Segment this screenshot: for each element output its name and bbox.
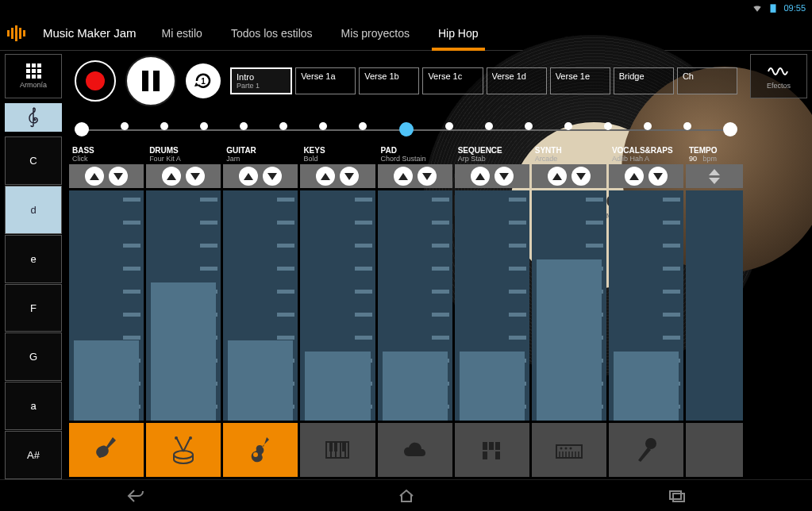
- back-button[interactable]: [112, 484, 160, 508]
- volume-fader[interactable]: [455, 190, 529, 421]
- svg-point-17: [560, 448, 562, 450]
- track-preset-selector: [609, 164, 683, 188]
- tab-todos-los-estilos[interactable]: Todos los estilos: [217, 16, 327, 51]
- acoustic-guitar-icon: [243, 432, 278, 467]
- track-toggle-drums[interactable]: [146, 423, 221, 477]
- timeline-dot[interactable]: [399, 122, 414, 136]
- track-preset: Chord Sustain: [378, 155, 452, 164]
- track-preset: Four Kit A: [146, 155, 221, 164]
- preset-down-button[interactable]: [571, 167, 591, 186]
- preset-down-button[interactable]: [109, 167, 128, 186]
- tab-mis-proyectos[interactable]: Mis proyectos: [327, 16, 424, 51]
- section-verse-1a[interactable]: Verse 1a: [295, 67, 356, 94]
- chord-button-f[interactable]: F: [5, 284, 62, 332]
- arrow-up-icon: [90, 173, 99, 180]
- timeline[interactable]: [75, 117, 737, 141]
- tempo-column-spacer: [686, 190, 743, 421]
- section-bridge[interactable]: Bridge: [614, 67, 674, 94]
- app-title: Music Maker Jam: [32, 26, 148, 40]
- preset-up-button[interactable]: [394, 167, 413, 186]
- timeline-dot[interactable]: [359, 122, 367, 130]
- section-verse-1d[interactable]: Verse 1d: [487, 67, 547, 94]
- timeline-dot[interactable]: [525, 122, 533, 130]
- volume-fader[interactable]: [223, 190, 298, 421]
- treble-clef-button[interactable]: [5, 103, 62, 132]
- volume-fader[interactable]: [609, 190, 683, 421]
- tab-hip-hop[interactable]: Hip Hop: [424, 16, 493, 51]
- preset-up-button[interactable]: [316, 167, 335, 186]
- timeline-dot[interactable]: [683, 122, 691, 130]
- volume-fader[interactable]: [69, 190, 144, 421]
- timeline-dot[interactable]: [279, 122, 287, 130]
- loop-button[interactable]: 1: [186, 63, 221, 98]
- timeline-dot[interactable]: [121, 122, 129, 130]
- track-toggle-pad[interactable]: [378, 423, 452, 477]
- chord-button-d[interactable]: d: [5, 186, 62, 234]
- effects-button[interactable]: Efectos: [750, 54, 807, 98]
- preset-down-button[interactable]: [418, 167, 437, 186]
- preset-up-button[interactable]: [625, 167, 644, 186]
- svg-point-2: [98, 455, 102, 458]
- track-toggle-synth[interactable]: [532, 423, 606, 477]
- track-preset-selector: [378, 164, 452, 188]
- section-verse-1e[interactable]: Verse 1e: [550, 67, 610, 94]
- grid-icon: [26, 63, 41, 79]
- record-button[interactable]: [75, 60, 116, 102]
- volume-fader[interactable]: [532, 190, 606, 421]
- home-button[interactable]: [383, 484, 430, 508]
- pause-button[interactable]: [125, 56, 176, 106]
- section-ch[interactable]: Ch: [677, 67, 737, 94]
- timeline-dot[interactable]: [200, 122, 208, 130]
- volume-fader[interactable]: [300, 190, 375, 421]
- arrow-down-icon: [576, 173, 586, 180]
- timeline-dot[interactable]: [564, 122, 572, 130]
- preset-down-button[interactable]: [186, 167, 205, 186]
- chord-button-asharp[interactable]: A#: [5, 431, 62, 479]
- chord-button-a[interactable]: a: [5, 382, 62, 430]
- cloud-icon: [398, 432, 433, 467]
- timeline-dot[interactable]: [723, 122, 737, 136]
- chord-button-g[interactable]: G: [5, 332, 62, 381]
- volume-fader[interactable]: [146, 190, 221, 421]
- chord-button-e[interactable]: e: [5, 235, 62, 283]
- track-toggle-vocalsraps[interactable]: [609, 423, 683, 477]
- track-toggle-keys[interactable]: [300, 423, 375, 477]
- preset-down-button[interactable]: [263, 167, 282, 186]
- preset-down-button[interactable]: [340, 167, 359, 186]
- timeline-dot[interactable]: [240, 122, 248, 130]
- preset-up-button[interactable]: [239, 167, 258, 186]
- tempo-down-button[interactable]: [709, 178, 720, 184]
- track-toggle-sequence[interactable]: [455, 423, 529, 477]
- timeline-dot[interactable]: [485, 122, 493, 130]
- preset-down-button[interactable]: [648, 167, 668, 186]
- track-toggle-guitar[interactable]: [223, 423, 298, 477]
- recent-button[interactable]: [653, 484, 701, 508]
- arrow-down-icon: [267, 173, 277, 180]
- timeline-dot[interactable]: [604, 122, 612, 130]
- harmony-button[interactable]: Armonía: [5, 54, 62, 98]
- battery-icon: [768, 2, 779, 13]
- section-verse-1c[interactable]: Verse 1c: [422, 67, 483, 94]
- tempo-up-button[interactable]: [709, 169, 720, 175]
- timeline-dot[interactable]: [319, 122, 327, 130]
- section-intro[interactable]: IntroParte 1: [230, 67, 292, 94]
- preset-up-button[interactable]: [471, 167, 490, 186]
- section-name: Bridge: [619, 71, 668, 81]
- track-toggle-bass[interactable]: [69, 423, 144, 477]
- timeline-dot[interactable]: [75, 122, 89, 136]
- preset-down-button[interactable]: [495, 167, 514, 186]
- svg-point-5: [189, 436, 192, 440]
- arrow-down-icon: [422, 173, 432, 180]
- timeline-dot[interactable]: [160, 122, 168, 130]
- section-verse-1b[interactable]: Verse 1b: [359, 67, 419, 94]
- chord-button-c[interactable]: C: [5, 136, 62, 185]
- preset-up-button[interactable]: [85, 167, 104, 186]
- preset-up-button[interactable]: [548, 167, 567, 186]
- svg-point-4: [175, 436, 178, 440]
- timeline-dot[interactable]: [445, 122, 453, 130]
- preset-up-button[interactable]: [162, 167, 181, 186]
- timeline-dot[interactable]: [644, 122, 652, 130]
- section-name: Verse 1a: [301, 71, 350, 81]
- tab-mi-estilo[interactable]: Mi estilo: [148, 16, 217, 51]
- volume-fader[interactable]: [378, 190, 452, 421]
